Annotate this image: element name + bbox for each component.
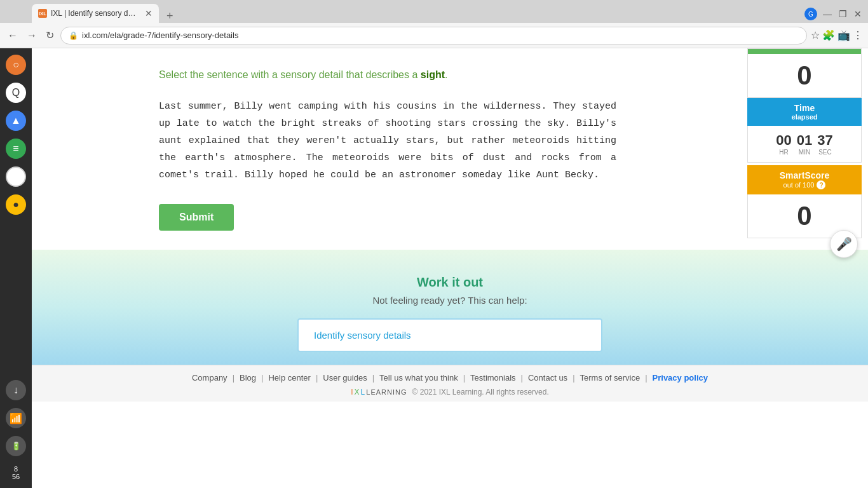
work-it-out-title: Work it out xyxy=(32,275,868,290)
sidebar: ○ Q ▲ ≡ ◉ ● ↓ 📶 🔋 856 xyxy=(0,48,32,488)
hours-unit: 00 HR xyxy=(776,132,791,156)
copyright-text: © 2021 IXL Learning. All rights reserved… xyxy=(412,388,549,396)
smart-score-subtitle: out of 100 ? xyxy=(752,180,857,189)
work-it-out-section: Work it out Not feeling ready yet? This … xyxy=(32,250,868,365)
footer-terms[interactable]: Terms of service xyxy=(575,373,646,383)
sidebar-icon-chat[interactable]: ● xyxy=(6,194,26,215)
lock-icon: 🔒 xyxy=(69,31,78,40)
main-content: Select the sentence with a sensory detai… xyxy=(32,48,868,488)
footer-feedback[interactable]: Tell us what you think xyxy=(374,373,463,383)
url-input[interactable]: 🔒 ixl.com/ela/grade-7/identify-sensory-d… xyxy=(60,27,807,44)
footer-links: Company | Blog | Help center | User guid… xyxy=(32,373,868,383)
time-elapsed-box: Time elapsed xyxy=(747,98,862,126)
smart-score-title: SmartScore xyxy=(752,170,857,180)
help-link-text: Identify sensory details xyxy=(314,330,411,341)
seconds-value: 37 xyxy=(817,132,832,149)
footer-company[interactable]: Company xyxy=(187,373,233,383)
time-elapsed-title: Time xyxy=(752,103,857,113)
smart-score-box: SmartScore out of 100 ? xyxy=(747,165,862,194)
tab-bar: IXL IXL | Identify sensory details | 7t.… xyxy=(0,0,868,23)
passage-text: Last summer, Billy went camping with his… xyxy=(159,98,616,184)
prompt-start: Select the sentence with a sensory detai… xyxy=(159,69,421,80)
tab-favicon: IXL xyxy=(38,9,47,18)
forward-button[interactable]: → xyxy=(24,27,39,44)
footer-copyright: IXL LEARNING © 2021 IXL Learning. All ri… xyxy=(32,388,868,396)
footer: Company | Blog | Help center | User guid… xyxy=(32,365,868,402)
minutes-label: MIN xyxy=(797,149,812,156)
battery-info: 856 xyxy=(11,464,21,482)
extensions-button[interactable]: 🧩 xyxy=(822,29,835,41)
footer-guides[interactable]: User guides xyxy=(318,373,372,383)
ixl-logo: IXL LEARNING xyxy=(351,388,407,396)
prompt-keyword: sight xyxy=(421,69,445,80)
right-panel: 0 Time elapsed 00 HR 01 MIN 37 SEC Smart… xyxy=(747,48,862,238)
window-controls: G — ❐ ✕ xyxy=(804,8,868,23)
question-prompt: Select the sentence with a sensory detai… xyxy=(159,67,693,83)
prompt-end: . xyxy=(445,69,447,80)
active-tab[interactable]: IXL IXL | Identify sensory details | 7t.… xyxy=(32,4,159,23)
minutes-value: 01 xyxy=(797,132,812,149)
address-bar: ← → ↻ 🔒 ixl.com/ela/grade-7/identify-sen… xyxy=(0,23,868,48)
hours-value: 00 xyxy=(776,132,791,149)
work-it-out-subtitle: Not feeling ready yet? This can help: xyxy=(32,295,868,306)
footer-blog[interactable]: Blog xyxy=(234,373,261,383)
browser-chrome: IXL IXL | Identify sensory details | 7t.… xyxy=(0,0,868,48)
cast-button[interactable]: 📺 xyxy=(837,29,850,41)
score-top-bar xyxy=(748,49,861,54)
close-window-button[interactable]: ✕ xyxy=(853,9,863,19)
tab-title: IXL | Identify sensory details | 7t... xyxy=(51,9,140,18)
sidebar-icon-circle[interactable]: ○ xyxy=(6,55,26,75)
minimize-button[interactable]: — xyxy=(822,9,832,19)
score-value: 0 xyxy=(748,54,861,97)
refresh-button[interactable]: ↻ xyxy=(43,27,57,44)
submit-button[interactable]: Submit xyxy=(159,204,234,231)
learning-label: LEARNING xyxy=(366,388,407,396)
toolbar-actions: ☆ 🧩 📺 ⋮ xyxy=(811,29,863,41)
time-display: 00 HR 01 MIN 37 SEC xyxy=(747,126,862,163)
footer-contact[interactable]: Contact us xyxy=(523,373,573,383)
tab-close-button[interactable]: ✕ xyxy=(145,8,153,18)
new-tab-button[interactable]: + xyxy=(161,10,179,23)
seconds-unit: 37 SEC xyxy=(817,132,832,156)
back-button[interactable]: ← xyxy=(5,27,20,44)
seconds-label: SEC xyxy=(817,149,832,156)
help-icon[interactable]: ? xyxy=(817,180,825,189)
sidebar-icon-battery: 🔋 xyxy=(6,436,26,456)
menu-button[interactable]: ⋮ xyxy=(853,29,863,41)
minutes-unit: 01 MIN xyxy=(797,132,812,156)
footer-help[interactable]: Help center xyxy=(263,373,315,383)
footer-testimonials[interactable]: Testimonials xyxy=(465,373,521,383)
sidebar-icon-drive[interactable]: ▲ xyxy=(6,111,26,131)
sidebar-icon-wifi: 📶 xyxy=(6,408,26,428)
help-link-box[interactable]: Identify sensory details xyxy=(297,318,602,352)
sidebar-icon-docs[interactable]: ≡ xyxy=(6,139,26,159)
microphone-icon: 🎤 xyxy=(836,236,852,252)
sidebar-icon-chrome[interactable]: ◉ xyxy=(6,166,26,187)
profile-icon: G xyxy=(804,8,817,20)
voice-button[interactable]: 🎤 xyxy=(830,230,858,258)
hours-label: HR xyxy=(776,149,791,156)
url-text: ixl.com/ela/grade-7/identify-sensory-det… xyxy=(82,30,238,40)
footer-privacy[interactable]: Privacy policy xyxy=(648,373,713,383)
maximize-button[interactable]: ❐ xyxy=(837,9,848,19)
score-section: 0 xyxy=(747,48,862,98)
content-area: Select the sentence with a sensory detai… xyxy=(32,48,718,231)
sidebar-icon-search[interactable]: Q xyxy=(6,83,26,103)
bookmark-button[interactable]: ☆ xyxy=(811,29,820,41)
time-elapsed-label: elapsed xyxy=(752,113,857,121)
sidebar-icon-download[interactable]: ↓ xyxy=(6,380,26,400)
